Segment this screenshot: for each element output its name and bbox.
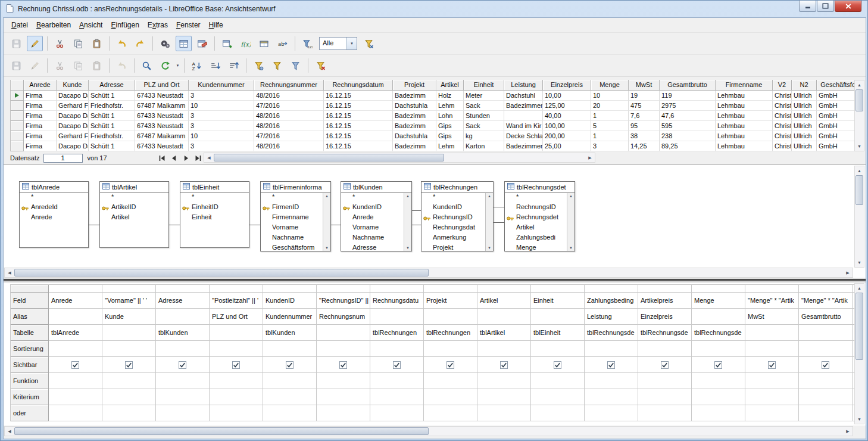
scrollbar-track[interactable] (855, 293, 864, 415)
grid-cell[interactable]: 200,00 (543, 131, 591, 141)
design-cell[interactable] (531, 357, 585, 373)
column-header[interactable]: MwSt (629, 80, 660, 91)
field-item[interactable]: Zahlungsbedi (505, 233, 574, 243)
scrollbar-track[interactable] (855, 175, 864, 258)
design-column-top[interactable] (156, 285, 210, 293)
grid-cell[interactable]: 67487 Maikamm (135, 131, 189, 141)
table-pane-vscrollbar[interactable]: ▲ ▼ (854, 166, 864, 268)
sichtbar-checkbox[interactable] (286, 361, 294, 369)
design-cell[interactable]: Kundennummer (263, 309, 317, 325)
grid-cell[interactable]: 10 (189, 101, 254, 111)
design-cell[interactable] (210, 405, 263, 421)
grid-cell[interactable]: Lehm (436, 101, 464, 111)
grid-cell[interactable]: Christi (773, 111, 792, 121)
grid-cell[interactable]: 16.12.15 (324, 121, 393, 131)
design-cell[interactable] (370, 373, 424, 389)
grid-cell[interactable]: Karton (464, 141, 504, 151)
design-cell[interactable]: "Postleitzahl" || ' (210, 293, 263, 309)
scroll-down-button[interactable]: ▼ (325, 246, 329, 250)
grid-cell[interactable]: Dacapo Da (57, 141, 89, 151)
grid-cell[interactable]: 16.12.15 (324, 131, 393, 141)
scrollbar-thumb[interactable] (855, 293, 863, 360)
grid-cell[interactable]: 89,25 (660, 141, 716, 151)
reset-filter-icon[interactable] (313, 58, 329, 73)
scrollbar-thumb[interactable] (855, 175, 863, 205)
design-column-top[interactable] (210, 285, 263, 293)
field-item[interactable]: * (421, 192, 493, 203)
field-item[interactable]: AnredeId (20, 203, 88, 213)
design-grid-hscrollbar[interactable]: ◀ ▶ (4, 426, 853, 436)
design-cell[interactable] (102, 389, 156, 405)
design-cell[interactable]: tblAnrede (49, 325, 102, 341)
scroll-right-button[interactable]: ▶ (843, 268, 853, 277)
design-cell[interactable]: tblRechnungen (424, 325, 477, 341)
field-item[interactable]: RechnungsID (421, 213, 493, 223)
grid-cell[interactable]: 1 (591, 111, 629, 121)
scroll-left-button[interactable]: ◀ (5, 427, 14, 436)
field-item[interactable]: EinheitID (180, 203, 249, 213)
design-cell[interactable] (531, 341, 585, 357)
design-column-top[interactable] (799, 285, 853, 293)
design-cell[interactable] (477, 373, 531, 389)
grid-cell[interactable]: Lehm (436, 141, 464, 151)
design-cell[interactable] (477, 357, 531, 373)
grid-cell[interactable]: Ullrich (792, 91, 817, 101)
menu-hilfe[interactable]: Hilfe (205, 18, 227, 32)
grid-cell[interactable]: 595 (660, 121, 716, 131)
design-cell[interactable] (745, 341, 799, 357)
table-box-tblkunden[interactable]: tblKunden*KundenIDAnredeVornameNachnameA… (341, 181, 412, 251)
scroll-left-button[interactable]: ◀ (5, 268, 14, 277)
field-item[interactable]: * (100, 192, 168, 203)
design-cell[interactable] (370, 357, 424, 373)
design-cell[interactable] (745, 357, 799, 373)
field-item[interactable]: Nachname (261, 233, 330, 243)
maximize-button[interactable] (817, 1, 834, 12)
last-record-button[interactable] (193, 154, 204, 163)
design-cell[interactable] (638, 405, 692, 421)
design-cell[interactable] (638, 357, 692, 373)
column-header[interactable]: Anrede (24, 80, 57, 91)
design-cell[interactable] (210, 357, 263, 373)
design-cell[interactable] (745, 389, 799, 405)
column-header[interactable]: N2 (792, 80, 817, 91)
table-box-scrollbar[interactable]: ▲▼ (404, 193, 411, 251)
design-cell[interactable] (424, 389, 477, 405)
design-grid-vscrollbar[interactable]: ▲ ▼ (854, 283, 864, 424)
design-cell[interactable]: "RechnungsID" || (317, 293, 370, 309)
design-column-top[interactable] (745, 285, 799, 293)
grid-cell[interactable]: Friedhofstr. (89, 131, 135, 141)
design-cell[interactable] (531, 373, 585, 389)
grid-cell[interactable]: 3 (189, 111, 254, 121)
design-cell[interactable]: Gesamtbrutto (799, 309, 853, 325)
sichtbar-checkbox[interactable] (125, 361, 133, 369)
scroll-up-button[interactable]: ▲ (569, 194, 573, 198)
design-cell[interactable] (49, 309, 102, 325)
design-cell[interactable] (156, 389, 210, 405)
design-cell[interactable] (156, 373, 210, 389)
design-column-top[interactable] (49, 285, 102, 293)
design-cell[interactable] (370, 389, 424, 405)
grid-cell[interactable]: 40,00 (543, 111, 591, 121)
grid-cell[interactable]: 48/2016 (254, 91, 324, 101)
grid-cell[interactable]: Christi (773, 121, 792, 131)
grid-cell[interactable]: 47/2016 (254, 131, 324, 141)
grid-cell[interactable]: 2975 (660, 101, 716, 111)
sichtbar-checkbox[interactable] (554, 361, 561, 369)
design-cell[interactable] (799, 357, 853, 373)
design-cell[interactable] (638, 373, 692, 389)
row-marker[interactable] (11, 121, 24, 131)
grid-cell[interactable]: Ullrich (792, 121, 817, 131)
field-item[interactable]: RechnungsID (505, 203, 574, 213)
design-cell[interactable]: "Menge" * "Artik (799, 293, 853, 309)
filter-combo[interactable]: Alle▼ (319, 37, 357, 50)
grid-cell[interactable]: Lehmbau (716, 121, 773, 131)
design-cell[interactable] (638, 341, 692, 357)
grid-cell[interactable]: Christi (773, 101, 792, 111)
design-cell[interactable]: tblRechnungsde (585, 325, 638, 341)
column-header[interactable]: V2 (773, 80, 792, 91)
grid-cell[interactable]: Badezimm (393, 91, 436, 101)
grid-cell[interactable]: Gerhard F (57, 131, 89, 141)
scroll-up-button[interactable]: ▲ (325, 194, 329, 198)
grid-cell[interactable]: 48/2016 (254, 141, 324, 151)
design-cell[interactable]: tblEinheit (531, 325, 585, 341)
